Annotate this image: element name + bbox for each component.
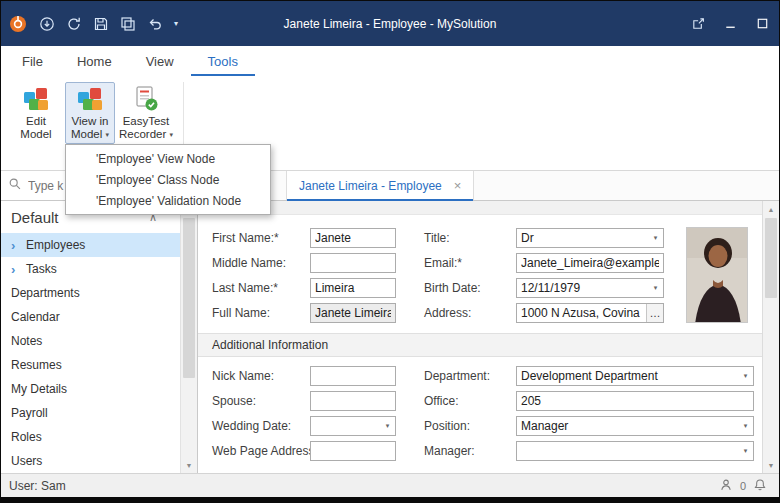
sidebar-item-users[interactable]: Users: [1, 449, 181, 473]
scroll-down-icon[interactable]: ▼: [763, 457, 779, 473]
nav-scrollbar[interactable]: ▲ ▼: [180, 201, 197, 473]
email-label: Email:*: [424, 256, 516, 270]
department-field[interactable]: [517, 367, 738, 385]
title-bar: ▾ Janete Limeira - Employee - MySolution: [1, 1, 779, 46]
birth-date-field[interactable]: [517, 279, 648, 297]
first-name-label: First Name:*: [212, 231, 310, 245]
middle-name-field[interactable]: [310, 253, 396, 273]
menu-item-employee-validation-node[interactable]: 'Employee' Validation Node: [66, 190, 270, 211]
sidebar-item-my-details[interactable]: My Details: [1, 377, 181, 401]
sidebar-item-employees[interactable]: › Employees: [1, 233, 181, 257]
chevron-down-icon[interactable]: ▾: [648, 229, 663, 247]
sidebar-item-label: Users: [11, 454, 42, 468]
easytest-recorder-button[interactable]: EasyTest Recorder ▾: [115, 82, 177, 144]
bell-icon[interactable]: [753, 478, 767, 494]
sidebar-item-tasks[interactable]: › Tasks: [1, 257, 181, 281]
model-squares-icon: [77, 86, 103, 112]
sidebar-item-notes[interactable]: Notes: [1, 329, 181, 353]
nick-name-field[interactable]: [310, 366, 396, 386]
address-editor[interactable]: …: [516, 303, 664, 323]
sidebar-item-calendar[interactable]: Calendar: [1, 305, 181, 329]
save-icon[interactable]: [93, 16, 109, 32]
email-field[interactable]: [516, 253, 664, 273]
scrollbar-thumb[interactable]: [765, 218, 777, 298]
sidebar-item-resumes[interactable]: Resumes: [1, 353, 181, 377]
department-combo[interactable]: ▾: [516, 366, 754, 386]
form-top-strip: [198, 201, 762, 215]
position-label: Position:: [424, 419, 516, 433]
about-circle-down-icon[interactable]: [39, 16, 55, 32]
tab-home[interactable]: Home: [60, 46, 129, 76]
nav-group-label: Default: [11, 209, 59, 226]
last-name-label: Last Name:*: [212, 281, 310, 295]
birth-date-picker[interactable]: ▾: [516, 278, 664, 298]
window-title: Janete Limeira - Employee - MySolution: [284, 17, 497, 31]
spouse-label: Spouse:: [212, 394, 310, 408]
document-tab-label: Janete Limeira - Employee: [299, 179, 442, 193]
close-icon[interactable]: ×: [454, 178, 462, 193]
undo-icon[interactable]: [147, 16, 163, 32]
refresh-icon[interactable]: [66, 16, 82, 32]
edit-model-label: Edit Model: [8, 115, 64, 141]
spouse-field[interactable]: [310, 391, 396, 411]
tab-file[interactable]: File: [5, 46, 60, 76]
manager-combo[interactable]: ▾: [516, 441, 754, 461]
sidebar-item-roles[interactable]: Roles: [1, 425, 181, 449]
ellipsis-button[interactable]: …: [646, 304, 663, 322]
web-page-address-label: Web Page Address:: [212, 444, 310, 458]
view-in-model-button[interactable]: View in Model ▾: [65, 82, 115, 144]
chevron-down-icon[interactable]: ▾: [380, 417, 395, 435]
last-name-field[interactable]: [310, 278, 396, 298]
first-name-field[interactable]: [310, 228, 396, 248]
sidebar-item-label: Departments: [11, 286, 80, 300]
full-name-field: [310, 303, 396, 323]
menu-item-employee-view-node[interactable]: 'Employee' View Node: [66, 148, 270, 169]
tab-tools[interactable]: Tools: [191, 46, 255, 76]
notification-count: 0: [740, 480, 746, 492]
scroll-up-icon[interactable]: ▲: [763, 201, 779, 217]
qat-dropdown-caret-icon[interactable]: ▾: [174, 19, 178, 28]
model-squares-icon: [23, 86, 49, 112]
office-field[interactable]: [516, 391, 754, 411]
position-field[interactable]: [517, 417, 738, 435]
chevron-down-icon[interactable]: ▾: [648, 279, 663, 297]
title-field[interactable]: [517, 229, 648, 247]
chevron-down-icon[interactable]: ▾: [738, 442, 753, 460]
user-icon[interactable]: [719, 478, 733, 494]
maximize-button[interactable]: [753, 15, 771, 33]
document-tab-strip: Janete Limeira - Employee ×: [198, 171, 779, 200]
save-layout-icon[interactable]: [120, 16, 136, 32]
chevron-down-icon[interactable]: ▾: [738, 367, 753, 385]
easytest-document-check-icon: [133, 86, 159, 112]
manager-field[interactable]: [517, 442, 738, 460]
minimize-button[interactable]: [721, 15, 739, 33]
edit-model-button[interactable]: Edit Model: [7, 82, 65, 144]
address-field[interactable]: [517, 304, 646, 322]
app-logo-icon: [9, 15, 27, 33]
position-combo[interactable]: ▾: [516, 416, 754, 436]
chevron-right-icon: ›: [11, 263, 26, 276]
sidebar-item-payroll[interactable]: Payroll: [1, 401, 181, 425]
form-scrollbar[interactable]: ▲ ▼: [762, 201, 779, 473]
scrollbar-thumb[interactable]: [183, 218, 195, 378]
tab-view[interactable]: View: [129, 46, 191, 76]
wedding-date-picker[interactable]: ▾: [310, 416, 396, 436]
employee-photo[interactable]: [686, 227, 748, 323]
chevron-down-icon[interactable]: ▾: [738, 417, 753, 435]
wedding-date-field[interactable]: [311, 417, 380, 435]
chevron-right-icon: ›: [11, 239, 26, 252]
scroll-down-icon[interactable]: ▼: [181, 457, 197, 473]
tab-janete-limeira-employee[interactable]: Janete Limeira - Employee ×: [286, 171, 474, 200]
popup-window-icon[interactable]: [689, 15, 707, 33]
web-page-address-field[interactable]: [310, 441, 396, 461]
app-window: ▾ Janete Limeira - Employee - MySolution…: [0, 0, 780, 503]
additional-information-header[interactable]: Additional Information: [198, 333, 762, 357]
title-combo[interactable]: ▾: [516, 228, 664, 248]
sidebar-item-label: Resumes: [11, 358, 62, 372]
section-title: Additional Information: [212, 338, 328, 352]
department-label: Department:: [424, 369, 516, 383]
sidebar-item-departments[interactable]: Departments: [1, 281, 181, 305]
menu-item-employee-class-node[interactable]: 'Employee' Class Node: [66, 169, 270, 190]
sidebar-item-label: Calendar: [11, 310, 60, 324]
sidebar-item-label: Payroll: [11, 406, 48, 420]
